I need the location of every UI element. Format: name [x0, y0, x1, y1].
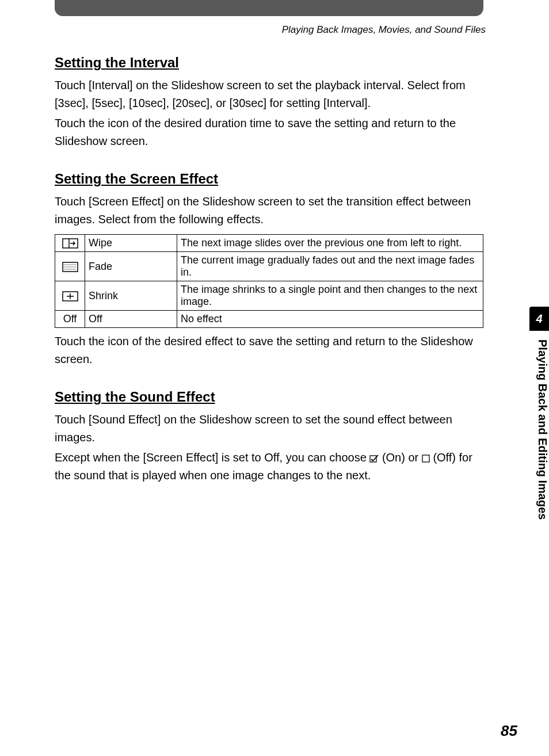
- interval-paragraph-2: Touch the icon of the desired duration t…: [55, 114, 483, 150]
- breadcrumb: Playing Back Images, Movies, and Sound F…: [282, 24, 486, 36]
- screen-effect-intro: Touch [Screen Effect] on the Slideshow s…: [55, 193, 483, 228]
- fade-name: Fade: [85, 252, 177, 281]
- interval-paragraph-1: Touch [Interval] on the Slideshow screen…: [55, 77, 483, 112]
- sound-effect-text-b: (On) or: [382, 451, 422, 464]
- table-row: Shrink The image shrinks to a single poi…: [55, 281, 483, 311]
- table-row: Fade The current image gradually fades o…: [55, 252, 483, 281]
- svg-rect-10: [422, 455, 429, 462]
- table-row: Wipe The next image slides over the prev…: [55, 235, 483, 252]
- fade-icon: [62, 262, 78, 272]
- fade-icon-cell: [55, 252, 85, 281]
- chapter-title-sidebar: Playing Back and Editing Images: [529, 339, 549, 520]
- sound-effect-text-a: Except when the [Screen Effect] is set t…: [55, 451, 369, 464]
- checkbox-unchecked-icon: [422, 455, 430, 463]
- off-icon-cell: Off: [55, 311, 85, 328]
- table-row: Off Off No effect: [55, 311, 483, 328]
- heading-interval: Setting the Interval: [55, 55, 483, 71]
- heading-sound-effect: Setting the Sound Effect: [55, 389, 483, 405]
- chapter-number-tab: 4: [529, 307, 549, 331]
- shrink-name: Shrink: [85, 281, 177, 311]
- shrink-icon: [62, 291, 78, 301]
- checkbox-checked-icon: [369, 455, 379, 463]
- wipe-name: Wipe: [85, 235, 177, 252]
- page-number: 85: [501, 722, 517, 740]
- section-screen-effect: Setting the Screen Effect Touch [Screen …: [55, 171, 483, 368]
- section-interval: Setting the Interval Touch [Interval] on…: [55, 55, 483, 150]
- screen-effect-outro: Touch the icon of the desired effect to …: [55, 333, 483, 368]
- off-name: Off: [85, 311, 177, 328]
- page-top-bar: [55, 0, 483, 16]
- shrink-icon-cell: [55, 281, 85, 311]
- sound-effect-paragraph-2: Except when the [Screen Effect] is set t…: [55, 449, 483, 484]
- section-sound-effect: Setting the Sound Effect Touch [Sound Ef…: [55, 389, 483, 484]
- off-description: No effect: [177, 311, 483, 328]
- page-content: Setting the Interval Touch [Interval] on…: [55, 55, 483, 505]
- fade-description: The current image gradually fades out an…: [177, 252, 483, 281]
- sound-effect-paragraph-1: Touch [Sound Effect] on the Slideshow sc…: [55, 411, 483, 446]
- shrink-description: The image shrinks to a single point and …: [177, 281, 483, 311]
- wipe-description: The next image slides over the previous …: [177, 235, 483, 252]
- wipe-icon: [62, 238, 78, 249]
- screen-effect-table: Wipe The next image slides over the prev…: [55, 234, 483, 328]
- wipe-icon-cell: [55, 235, 85, 252]
- heading-screen-effect: Setting the Screen Effect: [55, 171, 483, 187]
